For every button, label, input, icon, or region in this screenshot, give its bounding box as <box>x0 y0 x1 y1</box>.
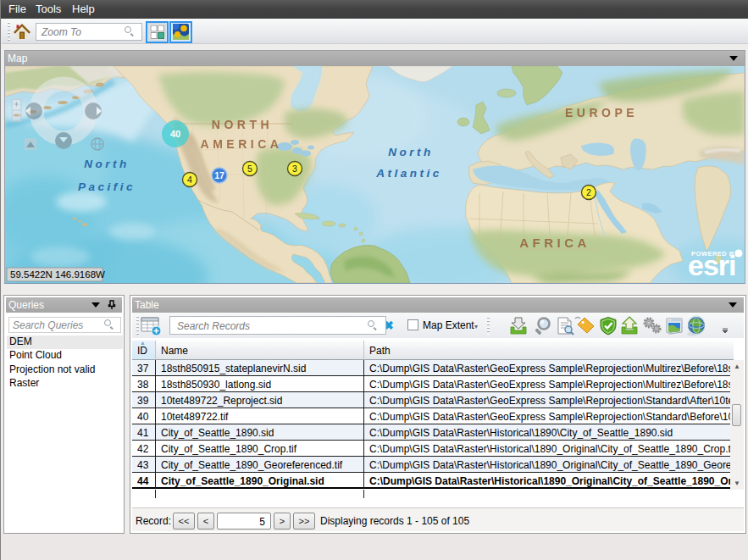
svg-text:40: 40 <box>170 129 180 139</box>
svg-text:AFRICA: AFRICA <box>519 236 590 250</box>
svg-text:AMERICA: AMERICA <box>201 137 283 151</box>
svg-text:North: North <box>84 158 130 170</box>
svg-text:4: 4 <box>187 175 192 185</box>
svg-text:3: 3 <box>292 164 297 174</box>
svg-text:North: North <box>388 146 434 158</box>
svg-text:17: 17 <box>214 170 224 180</box>
svg-text:esri: esri <box>688 249 736 281</box>
svg-text:59.5422N 146.9168W: 59.5422N 146.9168W <box>10 269 105 280</box>
svg-text:EUROPE: EUROPE <box>565 106 638 119</box>
svg-text:Pacific: Pacific <box>78 180 136 193</box>
svg-text:2: 2 <box>586 187 591 197</box>
svg-text:5: 5 <box>247 164 252 174</box>
svg-text:NORTH: NORTH <box>212 118 273 131</box>
svg-text:Atlantic: Atlantic <box>375 167 442 180</box>
